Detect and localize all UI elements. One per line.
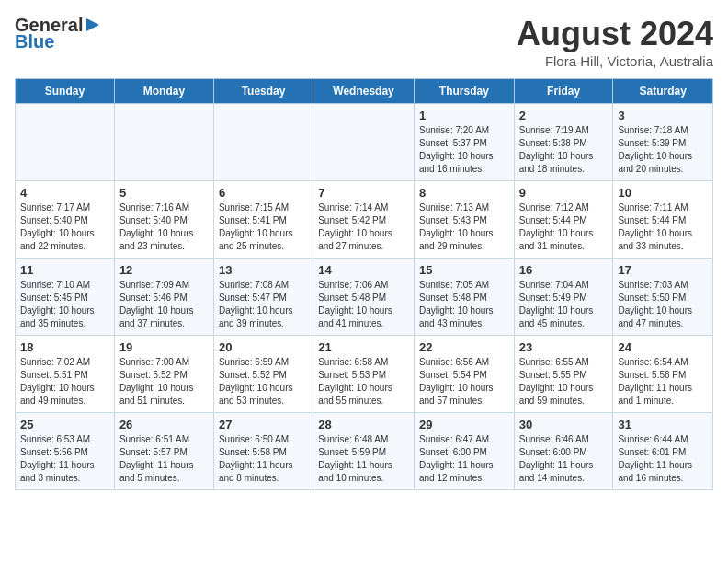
day-detail: Sunrise: 7:18 AMSunset: 5:39 PMDaylight:…: [618, 124, 708, 176]
day-detail: Sunrise: 6:55 AMSunset: 5:55 PMDaylight:…: [519, 356, 609, 408]
calendar-cell: 8Sunrise: 7:13 AMSunset: 5:43 PMDaylight…: [414, 181, 514, 259]
day-number: 11: [20, 263, 109, 277]
day-number: 14: [318, 263, 409, 277]
logo-arrow-icon: [83, 15, 103, 35]
calendar-cell: 26Sunrise: 6:51 AMSunset: 5:57 PMDayligh…: [114, 413, 213, 490]
day-detail: Sunrise: 7:16 AMSunset: 5:40 PMDaylight:…: [119, 201, 209, 253]
day-number: 16: [519, 263, 609, 277]
day-number: 20: [219, 340, 308, 354]
day-detail: Sunrise: 7:05 AMSunset: 5:48 PMDaylight:…: [419, 279, 509, 330]
day-detail: Sunrise: 6:58 AMSunset: 5:53 PMDaylight:…: [318, 356, 409, 408]
day-detail: Sunrise: 7:04 AMSunset: 5:49 PMDaylight:…: [519, 279, 609, 330]
day-detail: Sunrise: 6:48 AMSunset: 5:59 PMDaylight:…: [318, 433, 409, 485]
weekday-header-row: SundayMondayTuesdayWednesdayThursdayFrid…: [16, 79, 713, 104]
calendar-week-row: 18Sunrise: 7:02 AMSunset: 5:51 PMDayligh…: [16, 336, 713, 413]
day-detail: Sunrise: 6:51 AMSunset: 5:57 PMDaylight:…: [119, 433, 209, 485]
day-detail: Sunrise: 7:08 AMSunset: 5:47 PMDaylight:…: [219, 279, 308, 330]
calendar-cell: [313, 104, 415, 181]
day-detail: Sunrise: 6:44 AMSunset: 6:01 PMDaylight:…: [618, 433, 708, 485]
calendar-cell: 31Sunrise: 6:44 AMSunset: 6:01 PMDayligh…: [613, 413, 713, 490]
day-number: 23: [519, 340, 609, 354]
day-number: 7: [318, 186, 409, 200]
page-subtitle: Flora Hill, Victoria, Australia: [517, 53, 713, 69]
day-number: 21: [318, 340, 409, 354]
calendar-week-row: 11Sunrise: 7:10 AMSunset: 5:45 PMDayligh…: [16, 259, 713, 336]
calendar-cell: 14Sunrise: 7:06 AMSunset: 5:48 PMDayligh…: [313, 259, 415, 336]
calendar-cell: 7Sunrise: 7:14 AMSunset: 5:42 PMDaylight…: [313, 181, 415, 259]
calendar-cell: [16, 104, 115, 181]
day-number: 29: [419, 418, 509, 431]
day-detail: Sunrise: 7:12 AMSunset: 5:44 PMDaylight:…: [519, 201, 609, 253]
calendar-cell: 11Sunrise: 7:10 AMSunset: 5:45 PMDayligh…: [16, 259, 115, 336]
weekday-header-tuesday: Tuesday: [213, 79, 313, 104]
day-number: 12: [119, 263, 209, 277]
weekday-header-thursday: Thursday: [414, 79, 514, 104]
day-detail: Sunrise: 7:15 AMSunset: 5:41 PMDaylight:…: [219, 201, 308, 253]
calendar-cell: 30Sunrise: 6:46 AMSunset: 6:00 PMDayligh…: [514, 413, 613, 490]
calendar-table: SundayMondayTuesdayWednesdayThursdayFrid…: [15, 78, 713, 490]
day-detail: Sunrise: 7:10 AMSunset: 5:45 PMDaylight:…: [20, 279, 109, 330]
day-detail: Sunrise: 7:13 AMSunset: 5:43 PMDaylight:…: [419, 201, 509, 253]
calendar-cell: 13Sunrise: 7:08 AMSunset: 5:47 PMDayligh…: [213, 259, 313, 336]
day-number: 26: [119, 418, 209, 431]
calendar-cell: [213, 104, 313, 181]
calendar-cell: 20Sunrise: 6:59 AMSunset: 5:52 PMDayligh…: [213, 336, 313, 413]
calendar-cell: 24Sunrise: 6:54 AMSunset: 5:56 PMDayligh…: [613, 336, 713, 413]
day-number: 22: [419, 340, 509, 354]
calendar-cell: 10Sunrise: 7:11 AMSunset: 5:44 PMDayligh…: [613, 181, 713, 259]
day-number: 24: [618, 340, 708, 354]
day-number: 9: [519, 186, 609, 200]
day-number: 25: [20, 418, 109, 431]
day-detail: Sunrise: 6:53 AMSunset: 5:56 PMDaylight:…: [20, 433, 109, 485]
header: General Blue August 2024 Flora Hill, Vic…: [15, 15, 713, 69]
calendar-cell: 9Sunrise: 7:12 AMSunset: 5:44 PMDaylight…: [514, 181, 613, 259]
calendar-body: 1Sunrise: 7:20 AMSunset: 5:37 PMDaylight…: [16, 104, 713, 490]
calendar-cell: 4Sunrise: 7:17 AMSunset: 5:40 PMDaylight…: [16, 181, 115, 259]
weekday-header-saturday: Saturday: [613, 79, 713, 104]
day-detail: Sunrise: 6:46 AMSunset: 6:00 PMDaylight:…: [519, 433, 609, 485]
day-detail: Sunrise: 7:11 AMSunset: 5:44 PMDaylight:…: [618, 201, 708, 253]
calendar-cell: 3Sunrise: 7:18 AMSunset: 5:39 PMDaylight…: [613, 104, 713, 181]
day-detail: Sunrise: 6:54 AMSunset: 5:56 PMDaylight:…: [618, 356, 708, 408]
calendar-cell: 18Sunrise: 7:02 AMSunset: 5:51 PMDayligh…: [16, 336, 115, 413]
day-number: 18: [20, 340, 109, 354]
day-number: 8: [419, 186, 509, 200]
calendar-cell: 1Sunrise: 7:20 AMSunset: 5:37 PMDaylight…: [414, 104, 514, 181]
day-number: 5: [119, 186, 209, 200]
weekday-header-friday: Friday: [514, 79, 613, 104]
day-detail: Sunrise: 7:14 AMSunset: 5:42 PMDaylight:…: [318, 201, 409, 253]
calendar-cell: 29Sunrise: 6:47 AMSunset: 6:00 PMDayligh…: [414, 413, 514, 490]
calendar-cell: 28Sunrise: 6:48 AMSunset: 5:59 PMDayligh…: [313, 413, 415, 490]
day-detail: Sunrise: 6:47 AMSunset: 6:00 PMDaylight:…: [419, 433, 509, 485]
day-detail: Sunrise: 7:03 AMSunset: 5:50 PMDaylight:…: [618, 279, 708, 330]
calendar-cell: 21Sunrise: 6:58 AMSunset: 5:53 PMDayligh…: [313, 336, 415, 413]
day-detail: Sunrise: 7:09 AMSunset: 5:46 PMDaylight:…: [119, 279, 209, 330]
day-number: 3: [618, 109, 708, 122]
page-title: August 2024: [517, 15, 713, 53]
calendar-cell: 17Sunrise: 7:03 AMSunset: 5:50 PMDayligh…: [613, 259, 713, 336]
calendar-week-row: 4Sunrise: 7:17 AMSunset: 5:40 PMDaylight…: [16, 181, 713, 259]
day-number: 2: [519, 109, 609, 122]
title-area: August 2024 Flora Hill, Victoria, Austra…: [517, 15, 713, 69]
day-number: 28: [318, 418, 409, 431]
calendar-week-row: 1Sunrise: 7:20 AMSunset: 5:37 PMDaylight…: [16, 104, 713, 181]
calendar-cell: 23Sunrise: 6:55 AMSunset: 5:55 PMDayligh…: [514, 336, 613, 413]
day-number: 6: [219, 186, 308, 200]
svg-marker-0: [86, 18, 99, 31]
day-number: 19: [119, 340, 209, 354]
day-detail: Sunrise: 6:59 AMSunset: 5:52 PMDaylight:…: [219, 356, 308, 408]
weekday-header-wednesday: Wednesday: [313, 79, 415, 104]
weekday-header-sunday: Sunday: [16, 79, 115, 104]
day-number: 30: [519, 418, 609, 431]
calendar-cell: 5Sunrise: 7:16 AMSunset: 5:40 PMDaylight…: [114, 181, 213, 259]
calendar-cell: 27Sunrise: 6:50 AMSunset: 5:58 PMDayligh…: [213, 413, 313, 490]
day-detail: Sunrise: 7:02 AMSunset: 5:51 PMDaylight:…: [20, 356, 109, 408]
calendar-cell: [114, 104, 213, 181]
day-number: 4: [20, 186, 109, 200]
calendar-cell: 15Sunrise: 7:05 AMSunset: 5:48 PMDayligh…: [414, 259, 514, 336]
day-number: 13: [219, 263, 308, 277]
calendar-week-row: 25Sunrise: 6:53 AMSunset: 5:56 PMDayligh…: [16, 413, 713, 490]
calendar-cell: 22Sunrise: 6:56 AMSunset: 5:54 PMDayligh…: [414, 336, 514, 413]
day-detail: Sunrise: 7:19 AMSunset: 5:38 PMDaylight:…: [519, 124, 609, 176]
calendar-cell: 2Sunrise: 7:19 AMSunset: 5:38 PMDaylight…: [514, 104, 613, 181]
